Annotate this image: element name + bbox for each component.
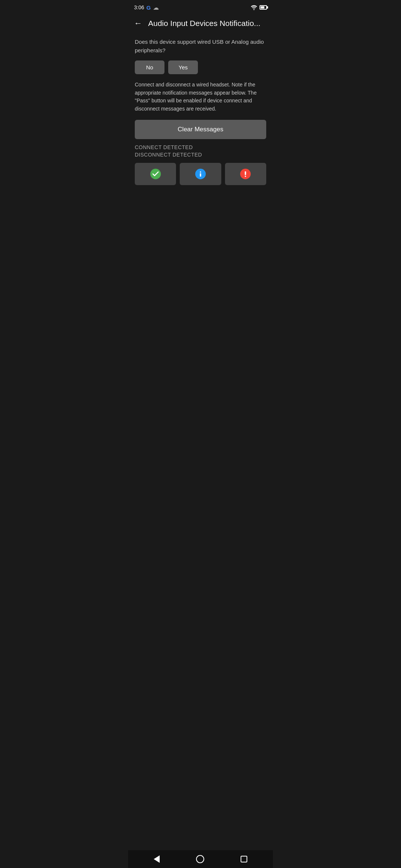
no-button[interactable]: No [135,60,164,74]
wifi-icon [251,5,257,10]
status-left: 3:06 G ☁ [134,4,159,11]
info-button[interactable] [180,163,221,185]
status-time: 3:06 [134,4,144,10]
back-button[interactable]: ← [133,18,144,29]
info-icon [195,168,206,180]
status-bar: 3:06 G ☁ [128,0,273,13]
question-text: Does this device support wired USB or An… [135,38,266,55]
svg-point-0 [254,9,255,10]
svg-point-3 [200,171,201,173]
page-title: Audio Input Devices Notificatio... [148,19,267,28]
yes-no-row: No Yes [135,60,266,74]
main-content: Does this device support wired USB or An… [128,35,273,191]
svg-rect-7 [245,171,247,175]
svg-rect-4 [200,173,201,177]
pass-icon [150,168,162,180]
google-icon: G [146,4,151,11]
detection-messages: CONNECT DETECTED DISCONNECT DETECTED [135,144,266,158]
fail-button[interactable] [225,163,266,185]
svg-point-6 [245,175,247,177]
status-right [251,5,267,10]
yes-button[interactable]: Yes [168,60,198,74]
clear-messages-button[interactable]: Clear Messages [135,120,266,139]
instruction-text: Connect and disconnect a wired headset. … [135,81,266,113]
action-buttons-row [135,163,266,185]
cloud-icon: ☁ [153,4,159,11]
app-header: ← Audio Input Devices Notificatio... [128,13,273,35]
fail-icon [239,168,251,180]
connect-detected: CONNECT DETECTED [135,144,266,150]
battery-icon [260,5,267,10]
disconnect-detected: DISCONNECT DETECTED [135,152,266,158]
pass-button[interactable] [135,163,176,185]
